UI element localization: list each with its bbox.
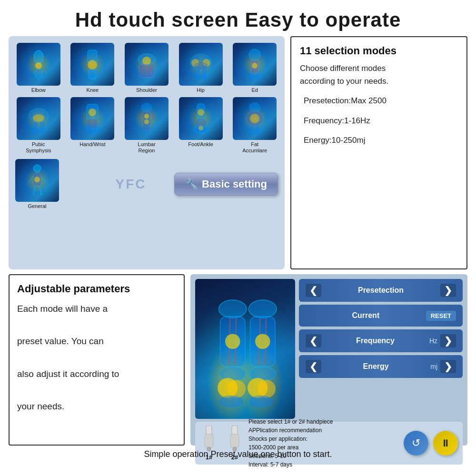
- frequency-unit: Hz: [429, 337, 437, 345]
- lumbar-image: [125, 97, 169, 140]
- svg-rect-78: [206, 426, 212, 435]
- selection-modes-title: 11 selection modes: [300, 45, 458, 57]
- adjustable-desc: Each mode will have apreset value. You c…: [17, 301, 176, 415]
- svg-point-69: [248, 300, 277, 318]
- frequency-right-arrow[interactable]: ❯: [440, 334, 456, 347]
- list-item[interactable]: Fat Accumlare: [229, 97, 280, 154]
- frequency-row: ❮ Frequency Hz ❯: [299, 329, 463, 352]
- list-item[interactable]: Lumbar Region: [121, 97, 172, 154]
- hand-image: [70, 97, 114, 140]
- svg-rect-25: [256, 73, 259, 80]
- current-row: Current RESET: [299, 305, 463, 327]
- svg-point-64: [225, 334, 240, 349]
- svg-line-41: [139, 113, 142, 120]
- elbow-label: Elbow: [31, 87, 46, 93]
- shoulder-label: Shoulder: [136, 87, 157, 93]
- foot-label: Foot/Ankle: [188, 141, 213, 148]
- pause-button[interactable]: ⏸: [433, 431, 458, 456]
- svg-line-59: [40, 186, 41, 195]
- svg-rect-52: [256, 126, 259, 134]
- svg-line-57: [41, 176, 46, 183]
- device-top: ❮ Presetection ❯ Current RESET ❮ Frequen…: [195, 279, 463, 419]
- svg-point-77: [249, 396, 273, 407]
- watermark-text: YFC: [116, 177, 147, 192]
- hip-label: Hip: [197, 87, 205, 93]
- svg-point-50: [250, 114, 259, 123]
- list-item[interactable]: Pubic Symphysis: [13, 97, 64, 154]
- list-item[interactable]: Foot/Ankle: [176, 97, 226, 154]
- foot-image: [179, 97, 223, 140]
- selection-modes-desc: Choose different modesaccording to your …: [300, 62, 458, 88]
- energy-left-arrow[interactable]: ❮: [306, 360, 321, 373]
- spec-energy: Energy:10-250mj: [300, 134, 458, 147]
- current-reset-button[interactable]: RESET: [426, 311, 456, 321]
- frequency-left-arrow[interactable]: ❮: [306, 334, 321, 347]
- list-item[interactable]: Shoulder: [121, 43, 172, 93]
- svg-rect-29: [40, 122, 44, 133]
- svg-point-31: [89, 109, 96, 116]
- reset-icon: ↺: [412, 437, 420, 449]
- ed-image: [233, 43, 277, 86]
- basic-setting-button[interactable]: 🔧 Basic setting: [174, 173, 278, 196]
- frequency-label: Frequency: [321, 337, 429, 345]
- svg-point-5: [88, 60, 97, 69]
- svg-rect-83: [230, 434, 239, 447]
- svg-line-56: [29, 176, 33, 183]
- svg-rect-36: [97, 127, 99, 133]
- svg-rect-35: [93, 126, 96, 134]
- presetection-right-arrow[interactable]: ❯: [440, 284, 456, 297]
- svg-point-55: [34, 177, 40, 182]
- bottom-bar: General YFC 🔧 Basic setting: [13, 159, 280, 209]
- energy-label: Energy: [321, 362, 430, 371]
- hip-image: [179, 43, 223, 86]
- current-label: Current: [306, 311, 426, 320]
- svg-rect-6: [89, 69, 96, 79]
- main-title: Hd touch screen Easy to operate: [5, 9, 471, 31]
- main-row: Elbow Knee: [0, 36, 476, 269]
- fat-image: [233, 97, 277, 140]
- elbow-image: [17, 43, 60, 86]
- svg-point-27: [33, 114, 44, 122]
- adjustable-panel: Adjustable parameters Each mode will hav…: [9, 274, 185, 446]
- fat-label: Fat Accumlare: [242, 141, 267, 154]
- presetection-label: Presetection: [321, 286, 440, 295]
- list-item[interactable]: Ed: [229, 43, 280, 93]
- energy-right-arrow[interactable]: ❯: [440, 360, 456, 373]
- svg-point-68: [219, 396, 243, 407]
- pause-icon: ⏸: [441, 438, 450, 449]
- ed-label: Ed: [251, 87, 258, 93]
- general-image: [15, 159, 59, 202]
- svg-point-47: [198, 126, 203, 130]
- svg-point-8: [142, 57, 151, 65]
- general-item[interactable]: General: [15, 159, 59, 209]
- svg-point-73: [255, 334, 270, 349]
- list-item[interactable]: Knee: [68, 43, 118, 93]
- svg-point-37: [141, 103, 152, 112]
- presetection-row: ❮ Presetection ❯: [299, 279, 463, 302]
- reset-button[interactable]: ↺: [404, 431, 428, 456]
- pubic-image: [17, 97, 60, 140]
- presetection-left-arrow[interactable]: ❮: [306, 284, 321, 297]
- body-parts-panel: Elbow Knee: [9, 36, 285, 269]
- list-item[interactable]: Elbow: [13, 43, 64, 93]
- general-label: General: [28, 203, 46, 209]
- hand-label: Hand/Wrist: [79, 141, 105, 148]
- body-parts-grid: Elbow Knee: [13, 43, 280, 154]
- svg-rect-24: [250, 73, 254, 80]
- svg-rect-33: [86, 125, 89, 132]
- spec-frequency: Frequency:1-16Hz: [300, 114, 458, 127]
- svg-point-3: [35, 69, 42, 79]
- svg-rect-34: [89, 126, 92, 134]
- energy-unit: mj: [430, 363, 437, 370]
- device-info-text: Please select 1# or 2# handpiece APPlica…: [248, 417, 399, 469]
- device-panel: ❮ Presetection ❯ Current RESET ❮ Frequen…: [190, 274, 467, 446]
- action-buttons: ↺ ⏸: [404, 431, 458, 456]
- svg-point-67: [228, 380, 246, 398]
- svg-point-60: [218, 300, 247, 318]
- svg-rect-17: [195, 69, 200, 79]
- shoulder-image: [125, 43, 169, 86]
- selection-modes-panel: 11 selection modes Choose different mode…: [290, 36, 467, 269]
- svg-point-23: [252, 63, 258, 69]
- list-item[interactable]: Hip: [176, 43, 226, 93]
- list-item[interactable]: Hand/Wrist: [68, 97, 118, 154]
